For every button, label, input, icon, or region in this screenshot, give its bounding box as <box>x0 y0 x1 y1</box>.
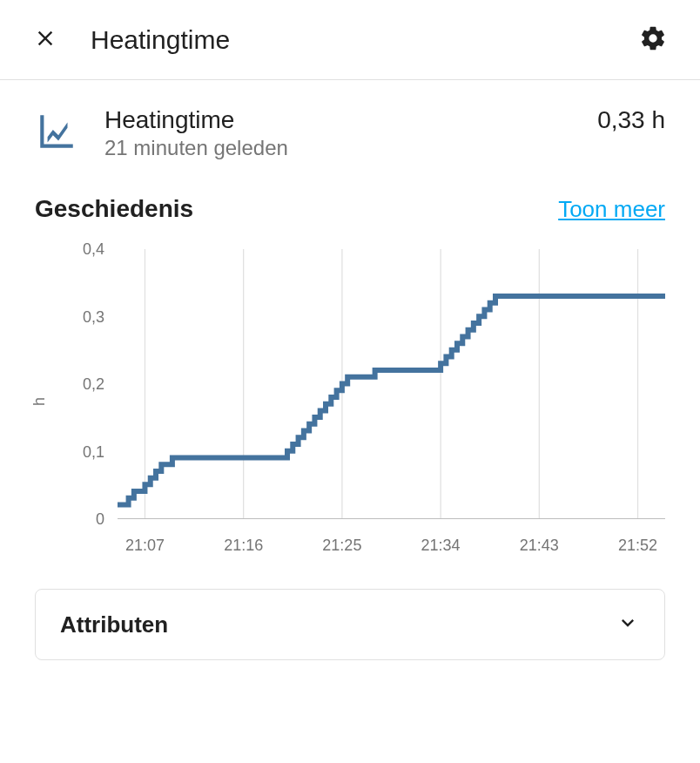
x-tick-label: 21:34 <box>421 537 461 555</box>
entity-info: Heatingtime 21 minuten geleden <box>104 106 597 160</box>
entity-summary: Heatingtime 21 minuten geleden 0,33 h <box>35 106 665 160</box>
entity-last-changed: 21 minuten geleden <box>104 136 597 160</box>
chart-inner: 00,10,20,30,4 21:0721:1621:2521:3421:432… <box>70 240 665 563</box>
y-tick-label: 0,1 <box>83 442 104 461</box>
x-tick-label: 21:16 <box>224 537 263 555</box>
entity-name: Heatingtime <box>104 106 597 134</box>
gear-icon <box>639 42 667 55</box>
attributes-expander[interactable]: Attributen <box>35 589 665 660</box>
settings-button[interactable] <box>632 17 674 62</box>
show-more-link[interactable]: Toon meer <box>558 196 665 223</box>
x-tick-label: 21:52 <box>618 537 657 555</box>
x-tick-label: 21:07 <box>125 537 165 555</box>
close-icon <box>33 40 57 53</box>
dialog-title: Heatingtime <box>91 25 632 55</box>
y-axis-label: h <box>30 397 49 406</box>
y-ticks: 00,10,20,30,4 <box>70 240 113 519</box>
chevron-down-icon <box>616 611 640 638</box>
y-tick-label: 0,3 <box>83 307 104 326</box>
history-header: Geschiedenis Toon meer <box>35 195 665 223</box>
x-tick-label: 21:43 <box>520 537 559 555</box>
x-ticks: 21:0721:1621:2521:3421:4321:52 <box>118 528 665 563</box>
plot-region <box>118 249 665 519</box>
entity-value: 0,33 h <box>597 106 665 134</box>
y-tick-label: 0,2 <box>83 375 104 394</box>
x-tick-label: 21:25 <box>322 537 361 555</box>
chart-line-icon <box>35 110 78 153</box>
history-title: Geschiedenis <box>35 195 193 223</box>
y-tick-label: 0,4 <box>83 240 104 259</box>
y-tick-label: 0 <box>96 510 104 529</box>
dialog-header: Heatingtime <box>0 0 700 80</box>
attributes-label: Attributen <box>60 611 168 638</box>
close-button[interactable] <box>26 19 64 60</box>
dialog-content: Heatingtime 21 minuten geleden 0,33 h Ge… <box>0 80 700 763</box>
entity-dialog: Heatingtime Heatingtime 21 minuten geled… <box>0 0 700 763</box>
history-chart[interactable]: h 00,10,20,30,4 21:0721:1621:2521:3421:4… <box>35 240 665 563</box>
chart-svg <box>118 249 665 518</box>
